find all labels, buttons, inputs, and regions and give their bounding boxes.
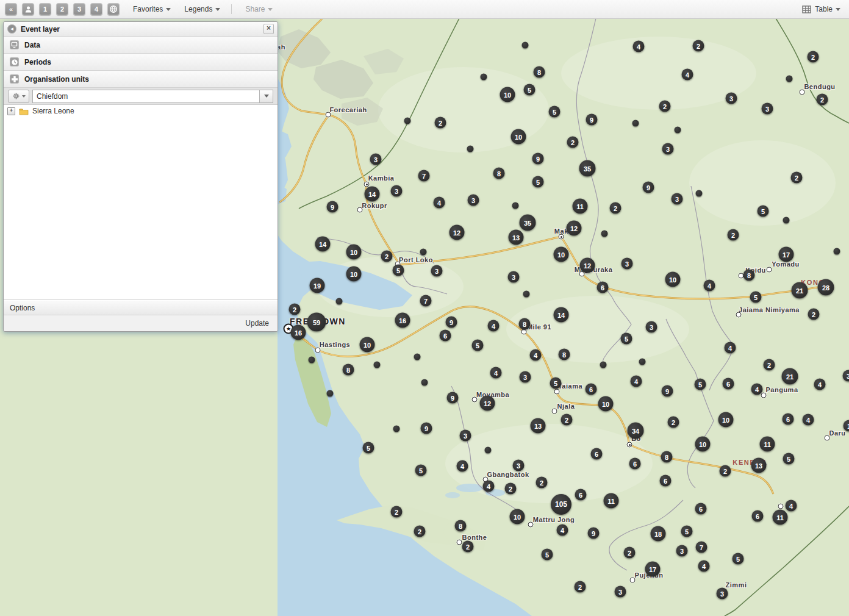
cluster-marker[interactable]: 10 xyxy=(554,247,569,262)
cluster-marker[interactable]: 4 xyxy=(786,500,797,512)
cluster-marker[interactable]: 2 xyxy=(764,359,775,371)
cluster-marker[interactable]: 5 xyxy=(733,553,744,565)
cluster-marker[interactable]: 2 xyxy=(668,417,679,428)
cluster-marker[interactable]: 4 xyxy=(725,342,736,354)
cluster-marker[interactable]: 18 xyxy=(651,526,666,542)
event-dot[interactable] xyxy=(467,146,474,152)
options-section[interactable]: Options xyxy=(4,300,278,315)
cluster-marker[interactable]: 6 xyxy=(586,384,597,395)
cluster-marker[interactable]: 6 xyxy=(660,475,672,487)
cluster-marker[interactable]: 14 xyxy=(554,307,569,323)
cluster-marker[interactable]: 4 xyxy=(633,41,645,52)
cluster-marker[interactable]: 4 xyxy=(457,460,468,472)
cluster-marker[interactable]: 3 xyxy=(622,258,633,270)
cluster-marker[interactable]: 3 xyxy=(672,193,683,205)
event-dot[interactable] xyxy=(522,42,529,49)
cluster-marker[interactable]: 10 xyxy=(510,509,525,525)
cluster-marker[interactable]: 14 xyxy=(315,237,331,252)
cluster-marker[interactable]: 3 xyxy=(468,195,479,206)
boundary-layer-button[interactable] xyxy=(22,3,34,15)
cluster-marker[interactable]: 17 xyxy=(779,247,794,262)
cluster-marker[interactable]: 5 xyxy=(472,340,484,351)
cluster-marker[interactable]: 5 xyxy=(783,453,795,465)
cluster-marker[interactable]: 10 xyxy=(665,272,681,287)
cluster-marker[interactable]: 21 xyxy=(782,368,798,385)
event-dot[interactable] xyxy=(420,249,427,256)
expand-plus-icon[interactable]: + xyxy=(7,107,15,115)
cluster-marker[interactable]: 4 xyxy=(751,384,763,395)
cluster-marker[interactable]: 13 xyxy=(531,418,546,434)
legends-menu[interactable]: Legends xyxy=(184,5,220,13)
cluster-marker[interactable]: 10 xyxy=(500,87,515,102)
cluster-marker[interactable]: 4 xyxy=(483,481,495,492)
cluster-marker[interactable]: 5 xyxy=(621,333,632,345)
cluster-marker[interactable]: 17 xyxy=(645,562,661,577)
cluster-marker[interactable]: 6 xyxy=(783,414,794,425)
cluster-marker[interactable]: 2 xyxy=(567,137,579,148)
cluster-marker[interactable]: 9 xyxy=(447,392,459,404)
cluster-marker[interactable]: 19 xyxy=(310,278,325,293)
cluster-marker[interactable]: 2 xyxy=(536,477,548,489)
cluster-marker[interactable]: 10 xyxy=(695,437,711,452)
event-dot[interactable] xyxy=(485,447,492,454)
cluster-marker[interactable]: 10 xyxy=(360,337,375,353)
cluster-marker[interactable]: 11 xyxy=(760,437,775,452)
cluster-marker[interactable]: 5 xyxy=(750,292,762,303)
cluster-marker[interactable]: 8 xyxy=(519,318,531,330)
cluster-marker[interactable]: 9 xyxy=(662,385,673,397)
cluster-marker[interactable]: 5 xyxy=(549,106,561,118)
cluster-marker[interactable]: 21 xyxy=(792,282,808,299)
cluster-marker[interactable]: 9 xyxy=(532,153,544,165)
event-dot[interactable] xyxy=(481,74,487,81)
cluster-marker[interactable]: 5 xyxy=(542,549,553,560)
cluster-marker[interactable]: 11 xyxy=(573,199,588,214)
event-dot[interactable] xyxy=(309,357,315,364)
event-dot[interactable] xyxy=(327,390,334,397)
cluster-marker[interactable]: 8 xyxy=(493,168,505,179)
cluster-marker[interactable]: 2 xyxy=(808,309,820,320)
event-dot[interactable] xyxy=(639,359,646,365)
event-dot[interactable] xyxy=(523,291,530,298)
cluster-marker[interactable]: 6 xyxy=(575,489,587,501)
event-dot[interactable] xyxy=(786,76,793,82)
cluster-marker[interactable]: 5 xyxy=(681,526,693,537)
cluster-marker[interactable]: 2 xyxy=(414,526,426,537)
cluster-marker[interactable]: 11 xyxy=(604,493,619,509)
event-dot[interactable] xyxy=(696,190,703,197)
cluster-marker[interactable]: 8 xyxy=(661,451,673,463)
cluster-marker[interactable]: 8 xyxy=(343,364,354,376)
cluster-marker[interactable]: 13 xyxy=(509,230,524,245)
event-dot[interactable] xyxy=(393,426,400,432)
layer-4-button[interactable]: 4 xyxy=(90,3,102,15)
cluster-marker[interactable]: 4 xyxy=(490,367,502,379)
cluster-marker[interactable]: 105 xyxy=(551,494,571,515)
event-dot[interactable] xyxy=(601,231,608,237)
cluster-marker[interactable]: 3 xyxy=(508,271,520,283)
cluster-marker[interactable]: 4 xyxy=(803,414,814,426)
cluster-marker[interactable]: 2 xyxy=(808,51,819,63)
cluster-marker[interactable]: 7 xyxy=(696,542,708,553)
cluster-marker[interactable]: 5 xyxy=(758,206,769,217)
cluster-marker[interactable]: 9 xyxy=(588,528,600,539)
share-menu[interactable]: Share xyxy=(245,5,273,13)
collapse-panel-button[interactable]: « xyxy=(5,3,17,15)
cluster-marker[interactable]: 6 xyxy=(440,330,451,342)
cluster-marker[interactable]: 5 xyxy=(524,84,536,96)
event-dot[interactable] xyxy=(336,298,343,305)
cluster-marker[interactable]: 35 xyxy=(520,215,536,231)
cluster-marker[interactable]: 6 xyxy=(629,458,641,470)
cluster-marker[interactable]: 3 xyxy=(843,370,849,382)
cluster-marker[interactable]: 2 xyxy=(575,581,586,593)
cluster-marker[interactable]: 3 xyxy=(513,460,525,471)
cluster-marker[interactable]: 2 xyxy=(693,40,704,52)
cluster-marker[interactable]: 8 xyxy=(455,520,467,532)
cluster-marker[interactable]: 5 xyxy=(393,265,404,276)
event-dot[interactable] xyxy=(675,127,681,134)
cluster-marker[interactable]: 2 xyxy=(791,172,803,184)
cluster-marker[interactable]: 6 xyxy=(723,378,734,390)
event-dot[interactable] xyxy=(374,362,381,368)
event-dot[interactable] xyxy=(421,379,428,386)
section-data[interactable]: Data xyxy=(4,37,278,54)
cluster-marker[interactable]: 5 xyxy=(532,176,544,188)
cluster-marker[interactable]: 9 xyxy=(643,182,654,193)
